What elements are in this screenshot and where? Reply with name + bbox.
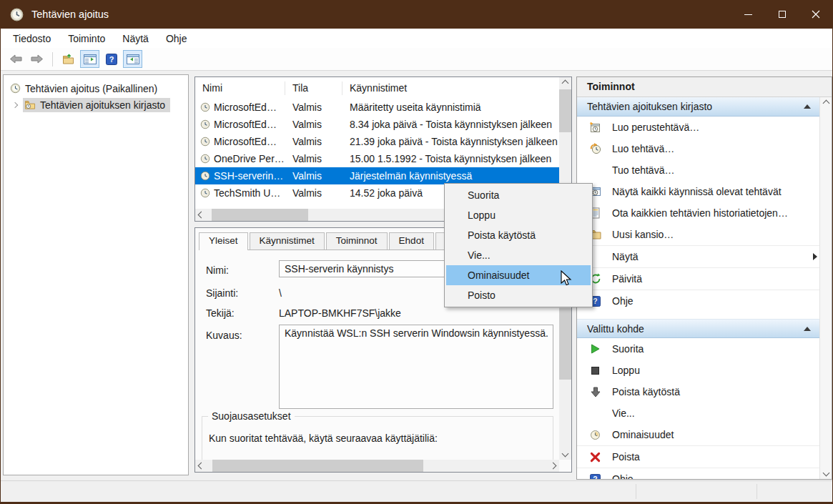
action-delete[interactable]: Poista [577, 446, 819, 468]
action-label: Luo perustehtävä… [612, 122, 699, 133]
statusbar [1, 480, 832, 502]
action-create-basic-task[interactable]: Luo perustehtävä… [577, 117, 819, 138]
task-row-selected[interactable]: SSH-serverin… Valmis Järjestelmän käynni… [195, 167, 559, 184]
task-icon [200, 188, 210, 198]
tab-conditions[interactable]: Ehdot [389, 232, 434, 249]
app-clock-icon [10, 8, 24, 21]
action-run[interactable]: Suorita [577, 338, 819, 360]
author-value: LAPTOP-BMKHF7SF\jakke [279, 307, 401, 319]
properties-clock-icon [590, 430, 601, 440]
security-settings-text: Kun suoritat tehtävää, käytä seuraavaa k… [209, 433, 438, 444]
task-row[interactable]: MicrosoftEd… Valmis Määritetty useita kä… [195, 99, 559, 116]
scroll-right-icon[interactable] [547, 460, 559, 472]
scroll-left-icon[interactable] [195, 209, 207, 221]
context-menu-end[interactable]: Loppu [446, 205, 591, 225]
action-import-task[interactable]: Tuo tehtävä… [577, 159, 819, 181]
action-disable[interactable]: Poista käytöstä [577, 381, 819, 402]
action-label: Loppu [612, 365, 640, 376]
context-menu: Suorita Loppu Poista käytöstä Vie... Omi… [444, 183, 593, 307]
close-button[interactable] [799, 0, 832, 29]
action-refresh[interactable]: Päivitä [577, 268, 819, 290]
scroll-down-icon[interactable] [820, 467, 832, 479]
tab-general[interactable]: Yleiset [199, 232, 248, 250]
context-menu-disable[interactable]: Poista käytöstä [446, 225, 591, 245]
task-triggers: Määritetty useita käynnistimiä [342, 102, 559, 113]
action-create-task[interactable]: Luo tehtävä… [577, 138, 819, 159]
scroll-up-icon[interactable] [559, 77, 571, 89]
context-menu-run[interactable]: Suorita [446, 185, 591, 205]
task-row[interactable]: MicrosoftEd… Valmis 8.34 joka päivä - To… [195, 116, 559, 133]
task-row[interactable]: OneDrive Per… Valmis 15.00 1.5.1992 - To… [195, 150, 559, 167]
vscroll-thumb[interactable] [559, 308, 571, 380]
export-list-button[interactable] [59, 50, 78, 68]
task-status: Valmis [285, 170, 342, 182]
maximize-button[interactable] [765, 0, 799, 29]
details-hscrollbar[interactable] [195, 460, 559, 472]
description-field[interactable]: Käynnistää WSL:n SSH serverin Windowsin … [279, 325, 553, 409]
help-button[interactable]: ? [102, 50, 121, 68]
task-icon [200, 102, 210, 112]
hscroll-thumb[interactable] [212, 209, 308, 221]
minimize-button[interactable] [731, 0, 765, 29]
scroll-up-icon[interactable] [820, 97, 832, 109]
task-name: MicrosoftEd… [214, 102, 277, 113]
collapse-icon[interactable] [804, 327, 811, 331]
task-status: Valmis [285, 119, 342, 130]
action-export[interactable]: Vie... [577, 402, 819, 424]
action-help-selected[interactable]: ? Ohje [577, 468, 819, 479]
vscroll-thumb[interactable] [559, 89, 571, 132]
action-label: Poista [612, 451, 640, 463]
back-button[interactable] [6, 50, 25, 68]
collapse-icon[interactable] [804, 104, 811, 109]
action-new-folder[interactable]: Uusi kansio… [577, 224, 819, 245]
tab-actions[interactable]: Toiminnot [326, 232, 388, 249]
task-status: Valmis [285, 136, 342, 147]
menu-view[interactable]: Näytä [114, 30, 157, 47]
tree-item-root[interactable]: Tehtävien ajoitus (Paikallinen) [4, 80, 188, 97]
context-menu-export[interactable]: Vie... [446, 245, 591, 265]
action-label: Ota kaikkien tehtävien historiatietojen… [612, 207, 788, 219]
action-view[interactable]: Näytä [577, 246, 819, 267]
action-pane-toggle-button[interactable] [123, 50, 142, 68]
action-enable-task-history[interactable]: Ota kaikkien tehtävien historiatietojen… [577, 202, 819, 224]
action-label: Uusi kansio… [612, 229, 674, 240]
action-label: Ohje [612, 473, 634, 479]
tree-item-library[interactable]: Tehtävien ajoituksen kirjasto [4, 97, 188, 113]
action-properties[interactable]: Ominaisuudet [577, 424, 819, 445]
actions-section-library[interactable]: Tehtävien ajoituksen kirjasto [577, 97, 819, 117]
tab-triggers[interactable]: Käynnistimet [250, 232, 325, 249]
context-menu-delete[interactable]: Poisto [446, 285, 591, 305]
toolbar: ? [1, 48, 832, 71]
statusbar-separator [756, 484, 757, 499]
console-tree-toggle-button[interactable] [80, 50, 99, 68]
export-folder-icon [62, 54, 74, 65]
actions-panel-title: Toiminnot [577, 77, 832, 97]
menu-action[interactable]: Toiminto [59, 30, 114, 47]
menu-file[interactable]: Tiedosto [4, 30, 59, 47]
hscroll-thumb[interactable] [212, 460, 423, 472]
actions-section-selected-item[interactable]: Valittu kohde [577, 319, 819, 338]
task-triggers: Järjestelmän käynnistyessä [342, 170, 559, 182]
column-header-name[interactable]: Nimi [195, 81, 285, 95]
column-header-triggers[interactable]: Käynnistimet [342, 81, 571, 95]
run-icon [591, 344, 600, 354]
stop-icon [591, 367, 599, 375]
task-list-header: Nimi Tila Käynnistimet [195, 77, 571, 99]
name-label: Nimi: [206, 265, 229, 276]
action-show-running-tasks[interactable]: Näytä kaikki käynnissä olevat tehtävät [577, 181, 819, 202]
task-name: SSH-serverin… [214, 170, 283, 182]
actions-vscrollbar[interactable] [819, 97, 832, 479]
action-help-library[interactable]: ? Ohje [577, 290, 819, 312]
tree-expander-icon[interactable] [12, 102, 18, 107]
titlebar: Tehtävien ajoitus [1, 0, 832, 29]
scroll-down-icon[interactable] [559, 448, 571, 460]
column-header-status[interactable]: Tila [285, 81, 342, 95]
forward-button[interactable] [27, 50, 46, 68]
scroll-left-icon[interactable] [195, 460, 207, 472]
task-icon [200, 154, 210, 164]
action-end[interactable]: Loppu [577, 360, 819, 381]
task-row[interactable]: MicrosoftEd… Valmis 21.39 joka päivä - T… [195, 133, 559, 150]
menu-help[interactable]: Ohje [157, 30, 196, 47]
task-scheduler-window: Tehtävien ajoitus Tiedosto Toiminto Näyt… [0, 0, 833, 504]
window-controls [731, 0, 832, 29]
